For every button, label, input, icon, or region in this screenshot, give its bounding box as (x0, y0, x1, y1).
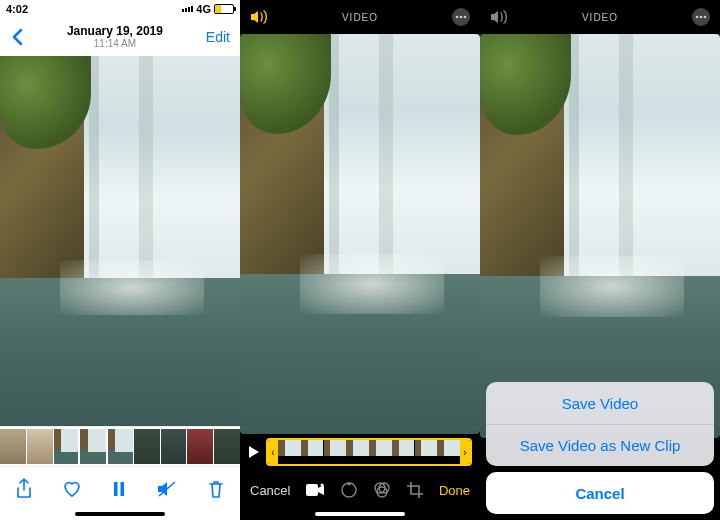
save-video-button[interactable]: Save Video (486, 382, 714, 424)
edit-button[interactable]: Edit (206, 29, 230, 45)
status-bar: 4:02 4G (0, 0, 240, 18)
status-time: 4:02 (6, 3, 28, 15)
photos-viewer-screen: 4:02 4G January 19, 2019 11:14 AM Edit (0, 0, 240, 520)
share-icon (15, 478, 33, 500)
sound-toggle[interactable] (250, 10, 268, 24)
more-button[interactable] (692, 8, 710, 26)
waterfall-image (240, 34, 480, 434)
filters-icon (373, 481, 391, 499)
battery-icon (214, 4, 234, 14)
video-mode-label: VIDEO (582, 12, 618, 23)
thumbnail[interactable] (107, 429, 133, 464)
ellipsis-icon (455, 15, 467, 19)
thumbnail[interactable] (27, 429, 53, 464)
svg-point-14 (700, 16, 703, 19)
trim-control[interactable]: ‹ › (266, 438, 472, 466)
bottom-toolbar (0, 466, 240, 510)
heart-icon (62, 479, 82, 499)
sheet-cancel-button[interactable]: Cancel (486, 472, 714, 514)
editor-viewport[interactable] (240, 34, 480, 434)
filters-tool[interactable] (373, 481, 391, 499)
speaker-on-icon (490, 10, 508, 24)
svg-rect-6 (306, 484, 318, 496)
video-mode-label: VIDEO (342, 12, 378, 23)
network-label: 4G (196, 3, 211, 15)
thumbnail-strip[interactable] (0, 426, 240, 466)
share-button[interactable] (15, 478, 33, 500)
play-icon (248, 445, 260, 459)
trash-icon (207, 479, 225, 499)
action-sheet: Save Video Save Video as New Clip Cancel (480, 376, 720, 520)
status-right: 4G (182, 3, 234, 15)
svg-point-5 (464, 16, 467, 19)
svg-rect-1 (120, 482, 124, 496)
done-button[interactable]: Done (439, 483, 470, 498)
more-button[interactable] (452, 8, 470, 26)
mute-button[interactable] (156, 480, 178, 498)
adjust-tool[interactable] (340, 481, 358, 499)
thumbnail[interactable] (134, 429, 160, 464)
home-indicator[interactable] (315, 512, 405, 516)
speaker-on-icon (250, 10, 268, 24)
svg-rect-0 (114, 482, 118, 496)
editor-top-bar: VIDEO (480, 0, 720, 34)
back-button[interactable] (10, 28, 24, 46)
trim-handle-left[interactable]: ‹ (268, 440, 278, 464)
thumbnail[interactable] (54, 429, 80, 464)
photo-time: 11:14 AM (67, 38, 163, 49)
save-new-clip-button[interactable]: Save Video as New Clip (486, 424, 714, 466)
delete-button[interactable] (207, 479, 225, 499)
svg-point-15 (704, 16, 707, 19)
thumbnail[interactable] (0, 429, 26, 464)
adjust-icon (340, 481, 358, 499)
crop-icon (406, 481, 424, 499)
action-sheet-options: Save Video Save Video as New Clip (486, 382, 714, 466)
nav-bar: January 19, 2019 11:14 AM Edit (0, 18, 240, 56)
trim-bar: ‹ › (240, 434, 480, 470)
speaker-mute-icon (156, 480, 178, 498)
thumbnail[interactable] (161, 429, 187, 464)
pause-icon (112, 480, 126, 498)
video-editor-save-sheet-screen: VIDEO Save Video Save Video as New Clip … (480, 0, 720, 520)
thumbnail[interactable] (187, 429, 213, 464)
nav-title: January 19, 2019 11:14 AM (67, 25, 163, 49)
home-indicator[interactable] (75, 512, 165, 516)
thumbnail[interactable] (214, 429, 240, 464)
pause-button[interactable] (112, 480, 126, 498)
thumbnail-selected[interactable] (80, 429, 106, 464)
ellipsis-icon (695, 15, 707, 19)
svg-point-4 (460, 16, 463, 19)
video-tool[interactable] (305, 483, 325, 497)
play-button[interactable] (248, 445, 260, 459)
video-camera-icon (305, 483, 325, 497)
crop-tool[interactable] (406, 481, 424, 499)
editor-top-bar: VIDEO (240, 0, 480, 34)
video-editor-screen: VIDEO ‹ › Cancel Done (240, 0, 480, 520)
favorite-button[interactable] (62, 479, 82, 499)
signal-icon (182, 6, 193, 12)
cancel-button[interactable]: Cancel (250, 483, 290, 498)
photo-viewport[interactable] (0, 56, 240, 426)
sound-toggle[interactable] (490, 10, 508, 24)
trim-handle-right[interactable]: › (460, 440, 470, 464)
photo-date: January 19, 2019 (67, 25, 163, 38)
waterfall-image (0, 56, 240, 426)
trim-frames[interactable] (278, 440, 460, 464)
svg-point-13 (696, 16, 699, 19)
svg-point-3 (456, 16, 459, 19)
svg-point-7 (321, 484, 324, 487)
chevron-left-icon (10, 28, 24, 46)
editor-toolbar: Cancel Done (240, 470, 480, 510)
svg-point-9 (348, 483, 351, 486)
